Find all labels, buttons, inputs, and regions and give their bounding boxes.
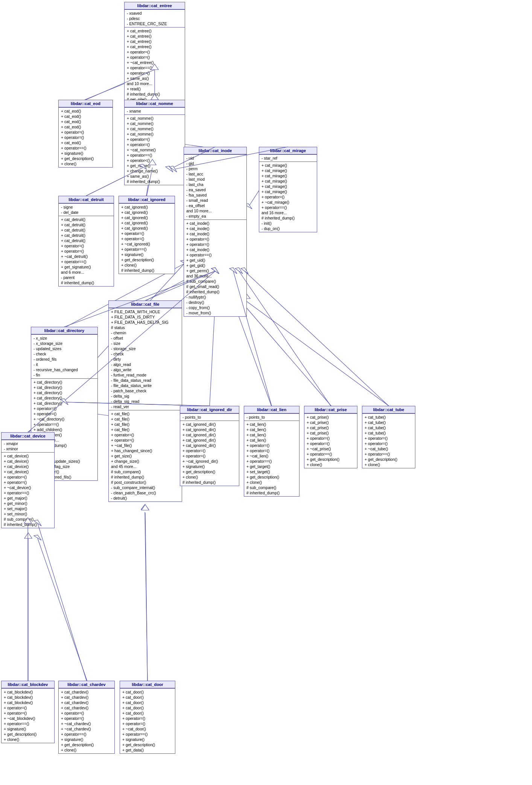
svg-line-22 [246,301,390,407]
method: + cat_ignored_dir() [182,437,237,443]
class-cat-mirage: libdar::cat_mirage - star_ref + cat_mira… [259,147,317,232]
attr: + FILE_DATA_WITH_HOLE [111,309,179,314]
method: # inherited_dump() [261,215,315,221]
method: + cat_lien() [246,427,297,432]
methods-section: + cat_lien() + cat_lien() + cat_lien() +… [244,421,299,496]
method: + cat_ignored() [121,226,172,231]
method: + clone() [121,262,172,268]
method: + cat_detruit() [61,227,111,233]
method: + signature() [61,151,110,156]
attr: - dirty [111,357,179,362]
class-cat-ignored: libdar::cat_ignored + cat_ignored() + ca… [119,196,175,274]
method: - nullifyptr() [186,294,244,300]
class-cat-eod: libdar::cat_eod + cat_eod() + cat_eod() … [58,100,113,168]
attr: - fsa_saved [186,192,244,198]
attr: - small_read [186,198,244,203]
method: - dup_on() [261,226,315,231]
method: + cat_chardev() [61,700,112,705]
method: + operator==() [246,459,297,464]
method: + cat_device() [4,464,52,469]
method: + operator==() [122,732,173,737]
method: + operator=() [4,480,52,485]
attr: - x_size [33,335,95,341]
method: + get_target() [246,464,297,469]
class-cat-blockdev: libdar::cat_blockdev + cat_blockdev() + … [1,681,55,743]
method: + same_as() [127,174,182,179]
method: + operator==() [365,451,413,457]
method: + cat_chardev() [61,705,112,710]
method: + cat_ignored_dir() [182,443,237,448]
method: + cat_ignored_dir() [182,427,237,432]
method: + cat_prise() [307,415,355,420]
methods-section: + cat_blockdev() + cat_blockdev() + cat_… [2,688,54,743]
attr: - ENTREE_CRC_SIZE [127,21,182,26]
class-cat-file: libdar::cat_file + FILE_DATA_WITH_HOLE +… [108,300,182,502]
methods-section: + cat_chardev() + cat_chardev() + cat_ch… [59,688,114,753]
method: + get_name() [127,163,182,168]
class-title: libdar::cat_ignored_dir [180,406,239,413]
class-title: libdar::cat_nomme [125,100,185,107]
method: + operator==() [33,422,95,427]
attr: - last_acc [186,171,244,177]
method: + cat_ignored() [121,204,172,210]
attr: - updated_sizes [33,346,95,351]
method: + operator==() [127,65,182,70]
method: # inherited_dump() [61,280,111,285]
method: # inherited_dump() [121,268,172,273]
attr: # status [111,325,179,330]
attr: - xmajor [4,441,52,446]
method: + cat_prise() [307,430,355,436]
class-title: libdar::cat_prise [304,406,357,413]
method: + operator=() [122,716,173,721]
attributes-section: - xmajor - xminor [2,440,54,452]
method: + operator=() [121,236,172,241]
method: + operator=() [61,135,110,140]
method: and 36 more... [186,273,244,279]
method: + cat_device() [4,469,52,474]
method: + cat_eod() [61,124,110,130]
method: + clone() [61,747,112,753]
class-title: libdar::cat_eod [59,100,112,107]
attr: + FILE_DATA_HAS_DELTA_SIG [111,320,179,325]
method: + clone() [61,161,110,166]
method: + operator==() [61,259,111,264]
method: # post_constructor() [111,480,179,485]
method: + ~cat_tube() [365,446,413,451]
method: + ~cat_ignored() [121,241,172,247]
method: + ~cat_directory() [33,416,95,422]
method: + operator==() [61,732,112,737]
method: + operator=() [307,436,355,441]
method: + operator==() [61,145,110,151]
method: + operator=() [33,411,95,416]
class-cat-detruit: libdar::cat_detruit - signe - del_date +… [58,196,114,287]
method: + cat_nomme() [127,126,182,131]
method: + operator==() [121,247,172,252]
class-cat-door: libdar::cat_door + cat_door() + cat_door… [120,681,175,754]
method: + operator=() [127,142,182,147]
method: + cat_eod() [61,140,110,145]
method: + cat_mirage() [261,173,315,178]
svg-line-28 [145,512,147,681]
method: # inherited_dump() [246,490,297,495]
method: + cat_ignored_dir() [182,422,237,427]
method: + get_description() [246,474,297,480]
method: + cat_directory() [33,390,95,395]
class-cat-ignored-dir: libdar::cat_ignored_dir - points_to + ca… [180,406,239,486]
attributes-section: - xname [125,107,185,114]
method: + operator=() [127,49,182,55]
method: + cat_ignored() [121,215,172,220]
svg-line-20 [241,301,332,407]
methods-section: + cat_ignored() + cat_ignored() + cat_ig… [119,203,175,274]
method: + operator=() [246,448,297,453]
method: + signature() [4,726,52,732]
svg-marker-25 [24,533,32,538]
method: + cat_ignored() [121,210,172,215]
attributes-section: + FILE_DATA_WITH_HOLE + FILE_DATA_IS_DIR… [109,308,182,410]
method: # inherited_dump() [111,474,179,480]
method: + cat_device() [4,459,52,464]
attributes-section: - uid - gid - perm - last_acc - last_mod… [184,154,246,219]
method: + set_minor() [4,511,52,517]
method: + cat_detruit() [61,238,111,243]
method: + operator==() [4,721,52,726]
method: + operator=() [186,236,244,242]
